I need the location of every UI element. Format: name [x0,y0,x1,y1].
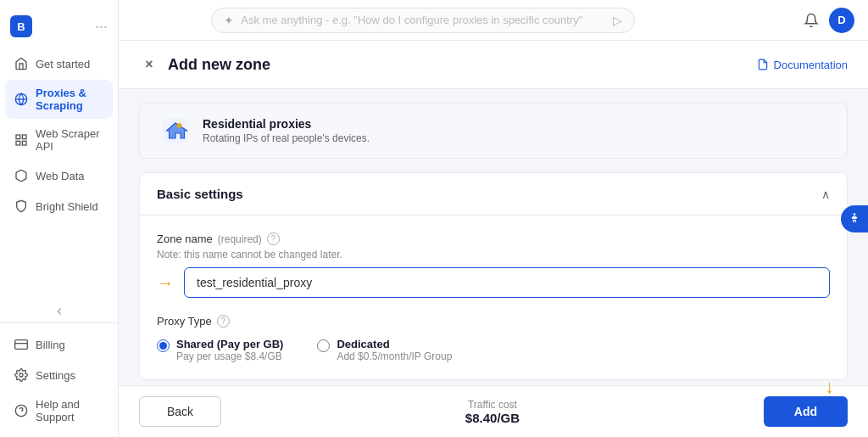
zone-name-input[interactable] [184,267,830,298]
sidebar-item-help[interactable]: Help and Support [5,391,113,430]
accessibility-button[interactable] [841,205,868,233]
sidebar-item-label: Web Scraper API [36,127,104,153]
proxy-banner-subtitle: Rotating IPs of real people's devices. [203,132,370,144]
user-avatar[interactable]: D [829,8,854,33]
box-icon [14,168,29,183]
ai-search-bar[interactable]: ✦ Ask me anything - e.g. "How do I confi… [211,8,635,33]
zone-panel-title: Add new zone [168,56,270,74]
sidebar-item-label: Bright Shield [36,200,98,213]
add-button[interactable]: Add [764,396,848,427]
ai-search-icon: ✦ [224,14,234,27]
proxy-type-label: Proxy Type ? [157,315,830,328]
dedicated-proxy-text: Dedicated Add $0.5/month/IP Group [337,338,452,362]
dedicated-proxy-title: Dedicated [337,338,452,350]
sidebar-collapse-btn[interactable] [0,300,118,322]
basic-settings-form: Zone name (required) ? Note: this name c… [140,216,847,379]
sidebar-item-web-data[interactable]: Web Data [5,161,113,190]
sidebar-item-settings[interactable]: Settings [5,361,113,389]
zone-name-required-text: (required) [218,233,262,245]
sidebar-item-label: Proxies & Scraping [36,87,104,112]
basic-settings-title: Basic settings [157,187,243,201]
sidebar-item-get-started[interactable]: Get started [5,49,113,78]
doc-link-label: Documentation [774,59,848,71]
basic-settings-chevron-icon: ∧ [821,188,830,201]
help-circle-icon [14,403,29,418]
brand-logo: B [10,15,32,37]
zone-name-note: Note: this name cannot be changed later. [157,249,830,261]
zone-name-field-group: Zone name (required) ? Note: this name c… [157,233,830,298]
back-button[interactable]: Back [139,396,221,427]
shared-proxy-radio[interactable] [157,339,170,352]
proxy-banner-title: Residential proxies [203,117,370,131]
zone-title: × Add new zone [139,54,270,75]
sidebar: B ··· Get started Proxies & Scraping Web… [0,0,119,437]
proxy-type-options: Shared (Pay per GB) Pay per usage $8.4/G… [157,338,830,362]
svg-rect-4 [22,141,26,145]
globe-icon [14,92,29,107]
zone-name-input-row: → [157,267,830,298]
svg-rect-5 [16,141,20,145]
zone-name-info-icon[interactable]: ? [267,233,280,245]
sidebar-item-bright-shield[interactable]: Bright Shield [5,192,113,221]
bottom-bar: Back Traffic cost $8.40/GB ↓ Add [119,385,868,437]
zone-name-label-text: Zone name [157,233,213,245]
shared-proxy-option[interactable]: Shared (Pay per GB) Pay per usage $8.4/G… [157,338,283,362]
sidebar-item-proxies-scraping[interactable]: Proxies & Scraping [5,80,113,119]
topbar-right: D [804,8,854,33]
sidebar-item-label: Settings [36,369,75,382]
traffic-cost-label: Traffic cost [465,399,520,411]
svg-rect-6 [15,340,28,350]
shared-proxy-title: Shared (Pay per GB) [176,338,283,350]
sidebar-item-label: Web Data [36,170,85,182]
notification-bell-icon[interactable] [804,12,819,28]
home-icon [14,56,29,71]
send-icon[interactable]: ▷ [613,14,622,27]
shared-proxy-sublabel: Pay per usage $8.4/GB [176,350,283,362]
sidebar-nav: Get started Proxies & Scraping Web Scrap… [0,49,118,300]
close-button[interactable]: × [139,54,159,75]
dedicated-proxy-option[interactable]: Dedicated Add $0.5/month/IP Group [317,338,452,362]
shared-proxy-text: Shared (Pay per GB) Pay per usage $8.4/G… [176,338,283,362]
sidebar-bottom: Billing Settings Help and Support [0,322,118,430]
gear-icon [14,367,29,383]
shield-icon [14,199,29,214]
zone-header: × Add new zone Documentation [119,41,868,89]
dedicated-proxy-radio[interactable] [317,339,330,352]
proxy-type-field-group: Proxy Type ? Shared (Pay per GB) Pay per… [157,315,830,362]
credit-card-icon [14,337,29,352]
sidebar-item-label: Billing [36,339,65,351]
add-button-container: ↓ Add [764,396,848,427]
sidebar-more-icon[interactable]: ··· [95,18,108,36]
svg-point-12 [177,123,182,128]
sidebar-item-web-scraper-api[interactable]: Web Scraper API [5,120,113,160]
svg-point-13 [854,213,856,216]
residential-proxies-icon [160,115,191,146]
proxy-type-info-icon[interactable]: ? [217,315,230,328]
add-arrow-indicator-icon: ↓ [825,376,834,398]
zone-name-label: Zone name (required) ? [157,233,830,245]
basic-settings-header[interactable]: Basic settings ∧ [140,173,847,216]
proxy-banner-text: Residential proxies Rotating IPs of real… [203,117,370,144]
sidebar-logo: B ··· [0,7,118,46]
documentation-link[interactable]: Documentation [757,59,848,71]
traffic-cost-display: Traffic cost $8.40/GB [465,399,520,425]
sidebar-item-label: Help and Support [36,398,104,423]
content-area: × Add new zone Documentation Residential… [119,41,868,385]
sidebar-item-label: Get started [36,58,90,70]
svg-rect-3 [22,135,26,139]
dedicated-proxy-sublabel: Add $0.5/month/IP Group [337,350,452,362]
svg-rect-2 [16,135,20,139]
sidebar-item-billing[interactable]: Billing [5,330,113,359]
search-placeholder-text: Ask me anything - e.g. "How do I configu… [241,14,606,26]
api-icon [14,132,29,148]
topbar: ✦ Ask me anything - e.g. "How do I confi… [119,0,868,41]
proxy-type-label-text: Proxy Type [157,315,212,328]
svg-point-8 [19,373,23,377]
main-area: ✦ Ask me anything - e.g. "How do I confi… [119,0,868,437]
arrow-indicator-icon: → [157,273,174,293]
basic-settings-section: Basic settings ∧ Zone name (required) ? … [139,172,848,380]
traffic-cost-value: $8.40/GB [465,411,520,425]
proxy-type-banner: Residential proxies Rotating IPs of real… [139,103,848,159]
